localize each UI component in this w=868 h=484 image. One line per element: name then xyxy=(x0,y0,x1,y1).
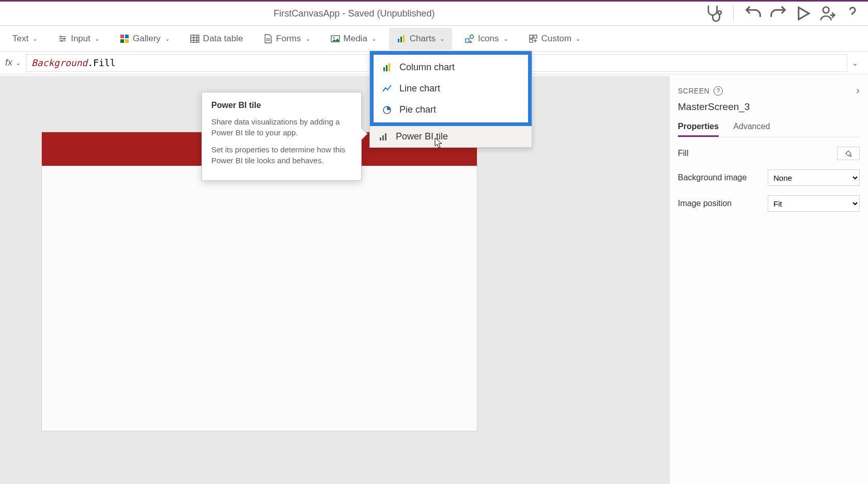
title-actions xyxy=(703,3,863,24)
svg-rect-19 xyxy=(530,39,533,42)
help-button[interactable] xyxy=(842,3,863,24)
prop-label: Fill xyxy=(678,149,837,158)
health-check-button[interactable] xyxy=(703,3,724,24)
dropdown-pie-chart[interactable]: Pie chart xyxy=(374,99,528,120)
stethoscope-icon xyxy=(703,3,724,24)
props-section-label: SCREEN xyxy=(678,87,709,95)
sliders-icon xyxy=(57,34,68,44)
chevron-down-icon: ⌄ xyxy=(503,35,508,42)
svg-point-3 xyxy=(64,38,65,39)
component-icon xyxy=(528,34,538,44)
svg-point-11 xyxy=(333,37,334,38)
help-icon[interactable]: ? xyxy=(714,86,723,96)
chevron-down-icon: ⌄ xyxy=(852,59,858,67)
play-button[interactable] xyxy=(793,3,813,24)
svg-rect-13 xyxy=(400,37,402,42)
svg-rect-18 xyxy=(534,35,537,38)
dropdown-label: Pie chart xyxy=(399,104,436,115)
undo-button[interactable] xyxy=(743,3,764,24)
svg-rect-21 xyxy=(386,65,388,71)
svg-rect-22 xyxy=(389,64,390,71)
svg-rect-25 xyxy=(382,135,384,140)
prop-label: Background image xyxy=(678,173,768,182)
paint-bucket-icon xyxy=(844,149,853,158)
ribbon-datatable[interactable]: Data table xyxy=(182,28,251,50)
fx-label: fx xyxy=(5,57,12,68)
svg-rect-20 xyxy=(383,67,385,71)
formula-token: .Fill xyxy=(87,57,115,68)
form-icon xyxy=(262,34,273,44)
svg-rect-9 xyxy=(191,35,199,42)
ribbon-charts[interactable]: Charts⌄ xyxy=(389,28,452,50)
table-icon xyxy=(190,34,200,44)
chart-icon xyxy=(396,34,407,44)
fill-color-picker[interactable] xyxy=(837,147,860,160)
share-button[interactable] xyxy=(817,3,838,24)
svg-rect-8 xyxy=(125,39,129,43)
dropdown-column-chart[interactable]: Column chart xyxy=(374,57,528,78)
prop-fill: Fill xyxy=(678,147,860,160)
chevron-down-icon: ⌄ xyxy=(305,35,311,42)
undo-icon xyxy=(743,3,764,24)
person-share-icon xyxy=(817,3,838,24)
svg-rect-26 xyxy=(385,133,386,140)
chevron-down-icon: ⌄ xyxy=(576,35,581,42)
tooltip-text: Share data visualizations by adding a Po… xyxy=(211,116,352,138)
fx-button[interactable]: fx ⌄ xyxy=(5,57,26,68)
svg-rect-5 xyxy=(120,35,124,38)
dropdown-powerbi-tile[interactable]: Power BI tile xyxy=(370,126,532,147)
svg-point-0 xyxy=(718,11,721,14)
title-bar: FirstCanvasApp - Saved (Unpublished) xyxy=(0,0,868,26)
ribbon-label: Data table xyxy=(203,34,243,44)
ribbon-label: Forms xyxy=(276,34,301,44)
svg-rect-15 xyxy=(466,39,469,42)
ribbon-media[interactable]: Media⌄ xyxy=(323,28,384,50)
ribbon-icons[interactable]: Icons⌄ xyxy=(457,28,516,50)
formula-token: Background xyxy=(32,57,87,68)
tooltip-text: Set its properties to determine how this… xyxy=(211,144,352,166)
svg-point-16 xyxy=(470,35,473,38)
dropdown-label: Line chart xyxy=(399,83,440,94)
tab-advanced[interactable]: Advanced xyxy=(733,122,770,137)
ribbon-custom[interactable]: Custom⌄ xyxy=(521,28,588,50)
chevron-down-icon: ⌄ xyxy=(371,35,377,42)
svg-rect-7 xyxy=(120,39,124,43)
prop-background-image: Background image None xyxy=(678,169,860,186)
tooltip-powerbi: Power BI tile Share data visualizations … xyxy=(202,92,362,181)
ribbon-gallery[interactable]: Gallery⌄ xyxy=(112,28,177,50)
image-icon xyxy=(330,34,340,44)
redo-button[interactable] xyxy=(768,3,788,24)
pie-chart-icon xyxy=(382,105,392,115)
svg-rect-17 xyxy=(530,35,533,38)
expand-panel-button[interactable]: › xyxy=(857,85,860,96)
ribbon-label: Charts xyxy=(410,34,436,44)
background-image-select[interactable]: None xyxy=(768,169,860,186)
tab-properties[interactable]: Properties xyxy=(678,122,719,137)
gallery-icon xyxy=(119,34,130,44)
chevron-down-icon: ⌄ xyxy=(165,35,170,42)
insert-ribbon: Text⌄ Input⌄ Gallery⌄ Data table Forms⌄ … xyxy=(0,26,868,52)
ribbon-input[interactable]: Input⌄ xyxy=(50,28,107,50)
svg-point-2 xyxy=(60,36,61,37)
chevron-down-icon: ⌄ xyxy=(440,35,445,42)
image-position-select[interactable]: Fit xyxy=(768,195,860,212)
chevron-down-icon: ⌄ xyxy=(95,35,100,42)
dropdown-line-chart[interactable]: Line chart xyxy=(374,78,528,99)
formula-expand[interactable]: ⌄ xyxy=(847,59,863,67)
question-icon xyxy=(842,3,863,24)
svg-rect-6 xyxy=(125,35,129,38)
screen-name: MasterScreen_3 xyxy=(678,101,860,113)
svg-rect-12 xyxy=(398,39,399,42)
shapes-icon xyxy=(464,34,475,44)
tooltip-title: Power BI tile xyxy=(211,101,352,110)
props-header: SCREEN ? › xyxy=(678,85,860,96)
redo-icon xyxy=(768,3,788,24)
svg-point-1 xyxy=(823,7,829,13)
powerbi-icon xyxy=(378,132,389,142)
ribbon-label: Gallery xyxy=(133,34,161,44)
dropdown-label: Column chart xyxy=(399,62,455,73)
app-title: FirstCanvasApp - Saved (Unpublished) xyxy=(5,8,703,19)
ribbon-label: Custom xyxy=(541,34,572,44)
ribbon-forms[interactable]: Forms⌄ xyxy=(255,28,317,50)
ribbon-text[interactable]: Text⌄ xyxy=(5,28,45,50)
